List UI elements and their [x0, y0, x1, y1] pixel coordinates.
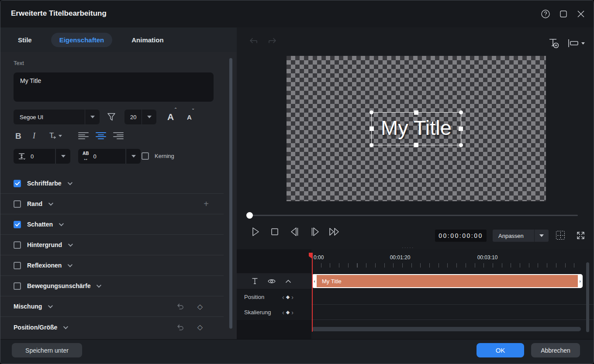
resize-handle[interactable] — [459, 127, 463, 131]
clip-trim-left-handle[interactable]: ‹ — [312, 275, 317, 287]
undo-icon[interactable] — [249, 37, 259, 46]
seek-track[interactable] — [248, 215, 578, 216]
chevron-down-icon[interactable] — [97, 283, 101, 288]
timeline-vscrollbar[interactable] — [586, 262, 589, 332]
footer: Speichern unter OK Abbrechen — [0, 339, 594, 364]
position-keyframe-row: Position ‹ ◆ › — [237, 289, 594, 305]
panel-scrollbar[interactable] — [229, 58, 232, 329]
font-family-select[interactable]: Segoe UI — [14, 110, 85, 124]
ruler-label: 00:03:10 — [477, 254, 498, 261]
zoom-mode-dropdown-arrow[interactable] — [534, 230, 549, 242]
resize-handle[interactable] — [459, 143, 463, 147]
scale-keyframe-row: Skalierung ‹ ◆ › — [237, 305, 594, 320]
ruler-label: 00:01:20 — [390, 254, 411, 261]
kerning-checkbox[interactable] — [142, 152, 149, 160]
schatten-checkbox[interactable] — [14, 221, 21, 228]
keyframe-diamond-icon[interactable]: ◇ — [197, 323, 203, 331]
title-align-icon[interactable] — [567, 39, 585, 48]
tab-eigenschaften[interactable]: Eigenschaften — [51, 33, 113, 47]
resize-handle[interactable] — [370, 127, 374, 131]
rand-checkbox[interactable] — [14, 200, 21, 208]
zoom-mode-select[interactable]: Anpassen — [493, 230, 534, 242]
next-keyframe-icon[interactable]: › — [291, 294, 294, 300]
ok-button[interactable]: OK — [477, 343, 524, 357]
playhead-line[interactable] — [312, 253, 313, 332]
fast-forward-button[interactable] — [328, 227, 342, 237]
titlebar: Erweiterte Titelbearbeitung — [0, 0, 594, 27]
resize-handle[interactable] — [414, 143, 418, 147]
timeline-ruler[interactable] — [312, 263, 583, 268]
line-spacing-input[interactable]: 0 — [14, 149, 55, 164]
cancel-button[interactable]: Abbrechen — [531, 343, 580, 357]
letter-spacing-dropdown-arrow[interactable] — [126, 149, 141, 164]
selection-box[interactable] — [371, 112, 461, 145]
format-row: B I T — [14, 131, 223, 144]
resize-handle[interactable] — [459, 110, 463, 114]
help-icon[interactable] — [539, 8, 552, 20]
font-size-dropdown-arrow[interactable] — [142, 110, 156, 124]
save-as-button[interactable]: Speichern unter — [12, 343, 82, 357]
chevron-down-icon[interactable] — [68, 242, 73, 247]
grid-toggle-icon[interactable] — [556, 231, 565, 240]
hintergrund-checkbox[interactable] — [14, 241, 21, 249]
resize-handle[interactable] — [370, 110, 373, 114]
reflexionen-checkbox[interactable] — [14, 262, 21, 269]
align-left-icon[interactable] — [78, 131, 89, 140]
reset-icon[interactable] — [176, 323, 184, 331]
stop-button[interactable] — [271, 228, 279, 236]
resize-handle[interactable] — [414, 110, 418, 115]
preview-canvas[interactable]: My Title — [287, 56, 546, 201]
redo-icon[interactable] — [266, 37, 277, 46]
font-size-input[interactable]: 20 — [124, 110, 142, 124]
chevron-down-icon[interactable] — [63, 324, 68, 329]
clip-trim-right-handle[interactable]: › — [578, 275, 582, 287]
timeline: 0:00 00:01:20 00:03:10 — [237, 249, 594, 339]
previous-keyframe-icon[interactable]: ‹ — [282, 294, 284, 300]
bewegungsunschaerfe-checkbox[interactable] — [14, 282, 21, 290]
align-center-icon[interactable] — [96, 131, 106, 140]
title-clip[interactable]: ‹ My Title › — [312, 274, 583, 288]
visibility-eye-icon[interactable] — [267, 278, 276, 285]
bold-button[interactable]: B — [15, 131, 21, 141]
tab-animation[interactable]: Animation — [131, 36, 163, 44]
tab-bar: Stile Eigenschaften Animation — [0, 27, 237, 52]
font-family-dropdown-arrow[interactable] — [85, 110, 100, 124]
chevron-down-icon[interactable] — [59, 221, 64, 226]
close-icon[interactable] — [575, 8, 587, 20]
increase-font-size-icon[interactable]: Aˆ — [167, 110, 180, 124]
next-frame-button[interactable] — [309, 227, 321, 237]
letter-spacing-input[interactable]: AB ↔ 0 — [78, 149, 125, 164]
timeline-hscrollbar[interactable] — [312, 327, 582, 331]
previous-frame-button[interactable] — [289, 227, 300, 237]
chevron-down-icon[interactable] — [68, 262, 73, 267]
text-transform-button[interactable]: T — [49, 131, 62, 140]
maximize-icon[interactable] — [557, 8, 570, 20]
schriftfarbe-checkbox[interactable] — [14, 180, 21, 187]
title-text-input[interactable]: My Title — [14, 72, 214, 102]
add-border-icon[interactable]: + — [204, 199, 209, 209]
add-keyframe-icon[interactable]: ◆ — [286, 295, 290, 299]
line-spacing-dropdown-arrow[interactable] — [55, 149, 70, 164]
chevron-down-icon[interactable] — [48, 303, 53, 308]
tab-stile[interactable]: Stile — [18, 36, 32, 44]
chevron-down-icon[interactable] — [48, 201, 53, 206]
timecode-display[interactable]: 00:00:00:00 — [435, 230, 487, 242]
keyframe-diamond-icon[interactable]: ◇ — [197, 302, 203, 311]
resize-handle[interactable] — [370, 143, 373, 147]
previous-keyframe-icon[interactable]: ‹ — [282, 309, 284, 316]
fullscreen-icon[interactable] — [576, 231, 585, 240]
next-keyframe-icon[interactable]: › — [291, 309, 294, 316]
chevron-down-icon[interactable] — [67, 180, 72, 185]
add-keyframe-icon[interactable]: ◆ — [286, 310, 290, 315]
preview-panel: My Title — [237, 27, 594, 339]
align-right-icon[interactable] — [113, 131, 124, 140]
italic-button[interactable]: I — [33, 131, 35, 141]
reset-icon[interactable] — [176, 302, 184, 310]
seek-knob[interactable] — [246, 212, 253, 219]
collapse-chevron-icon[interactable] — [285, 279, 291, 283]
play-button[interactable] — [250, 226, 261, 237]
font-filter-icon[interactable] — [106, 112, 117, 122]
section-schriftfarbe: Schriftfarbe — [0, 173, 224, 194]
add-text-icon[interactable] — [548, 37, 560, 49]
decrease-font-size-icon[interactable]: Aˇ — [186, 110, 199, 124]
